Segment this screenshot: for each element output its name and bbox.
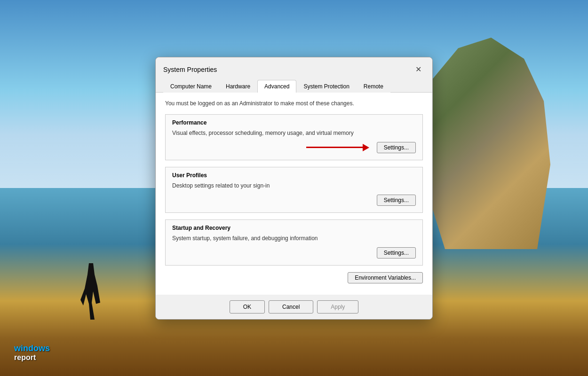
performance-settings-button[interactable]: Settings... (377, 142, 416, 153)
user-profiles-settings-row: Settings... (172, 195, 416, 206)
tab-advanced[interactable]: Advanced (257, 80, 296, 93)
environment-variables-button[interactable]: Environment Variables... (348, 272, 423, 283)
startup-recovery-section: Startup and Recovery System startup, sys… (165, 219, 423, 266)
arrow-head (363, 144, 369, 151)
arrow-line (306, 147, 363, 148)
user-profiles-settings-button[interactable]: Settings... (377, 195, 416, 206)
ok-button[interactable]: OK (230, 300, 265, 313)
performance-description: Visual effects, processor scheduling, me… (172, 130, 416, 136)
user-profiles-section: User Profiles Desktop settings related t… (165, 167, 423, 213)
apply-button[interactable]: Apply (317, 300, 358, 313)
startup-recovery-settings-button[interactable]: Settings... (377, 247, 416, 258)
tab-computer-name[interactable]: Computer Name (163, 80, 219, 93)
dialog-overlay: System Properties ✕ Computer Name Hardwa… (0, 0, 588, 376)
red-arrow (306, 144, 369, 151)
startup-recovery-settings-row: Settings... (172, 247, 416, 258)
arrow-container (172, 144, 369, 151)
admin-note: You must be logged on as an Administrato… (165, 100, 423, 107)
user-profiles-label: User Profiles (172, 172, 416, 179)
tab-hardware[interactable]: Hardware (219, 80, 257, 93)
close-button[interactable]: ✕ (412, 63, 425, 76)
system-properties-dialog: System Properties ✕ Computer Name Hardwa… (155, 57, 433, 320)
startup-recovery-description: System startup, system failure, and debu… (172, 235, 416, 242)
user-profiles-description: Desktop settings related to your sign-in (172, 182, 416, 189)
performance-settings-row: Settings... (172, 142, 416, 153)
dialog-title: System Properties (163, 66, 217, 73)
startup-recovery-label: Startup and Recovery (172, 225, 416, 231)
dialog-body: You must be logged on as an Administrato… (156, 93, 432, 295)
env-vars-row: Environment Variables... (165, 272, 423, 283)
tab-system-protection[interactable]: System Protection (296, 80, 356, 93)
performance-label: Performance (172, 119, 416, 126)
tab-remote[interactable]: Remote (357, 80, 390, 93)
tab-bar: Computer Name Hardware Advanced System P… (156, 76, 432, 93)
cancel-button[interactable]: Cancel (269, 300, 313, 313)
dialog-footer: OK Cancel Apply (156, 295, 432, 319)
performance-section: Performance Visual effects, processor sc… (165, 114, 423, 160)
dialog-titlebar: System Properties ✕ (156, 57, 432, 76)
